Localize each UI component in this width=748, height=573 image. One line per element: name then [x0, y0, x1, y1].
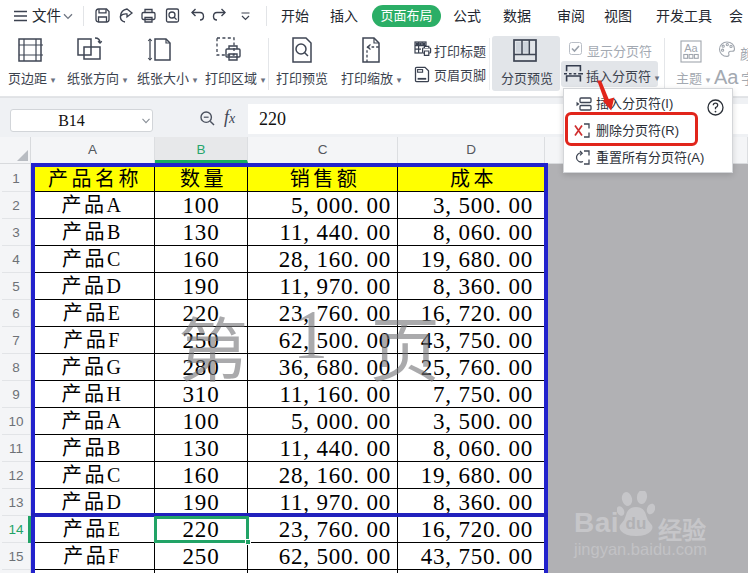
svg-text:du: du — [626, 514, 647, 533]
svg-text:Aa: Aa — [684, 42, 698, 54]
